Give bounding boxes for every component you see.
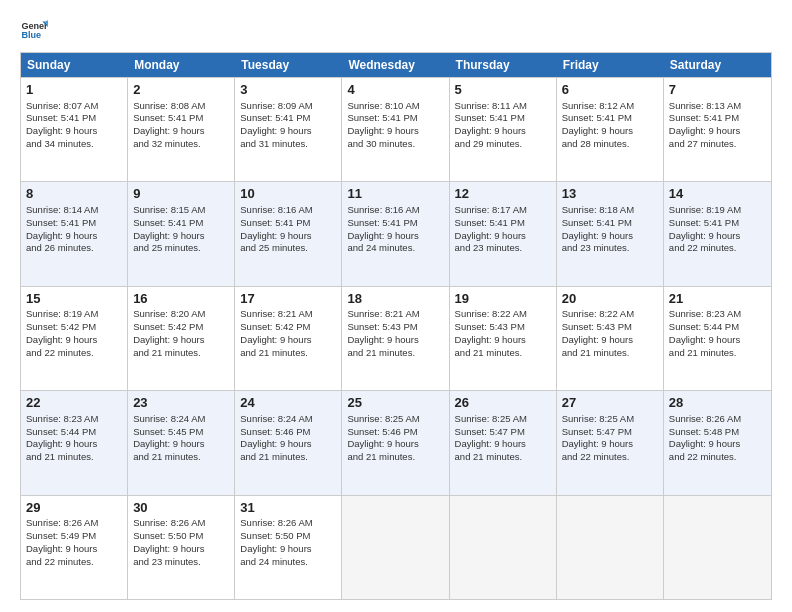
day-info-line: Sunset: 5:50 PM [133,530,229,543]
day-info-line: Sunrise: 8:07 AM [26,100,122,113]
calendar: SundayMondayTuesdayWednesdayThursdayFrid… [20,52,772,600]
day-info-line: and 23 minutes. [455,242,551,255]
header-day-monday: Monday [128,53,235,77]
day-number: 27 [562,394,658,412]
day-info-line: and 22 minutes. [669,242,766,255]
day-info-line: Sunrise: 8:20 AM [133,308,229,321]
day-info-line: and 21 minutes. [347,347,443,360]
day-info-line: Sunset: 5:41 PM [347,217,443,230]
header-day-friday: Friday [557,53,664,77]
day-info-line: Sunrise: 8:16 AM [240,204,336,217]
calendar-cell-16: 16Sunrise: 8:20 AMSunset: 5:42 PMDayligh… [128,287,235,390]
day-info-line: and 29 minutes. [455,138,551,151]
day-info-line: Sunrise: 8:18 AM [562,204,658,217]
day-info-line: and 25 minutes. [240,242,336,255]
day-info-line: Sunrise: 8:26 AM [133,517,229,530]
day-info-line: Sunset: 5:41 PM [240,112,336,125]
day-number: 20 [562,290,658,308]
calendar-cell-22: 22Sunrise: 8:23 AMSunset: 5:44 PMDayligh… [21,391,128,494]
day-info-line: Sunrise: 8:25 AM [562,413,658,426]
day-info-line: and 25 minutes. [133,242,229,255]
day-info-line: Daylight: 9 hours [133,543,229,556]
day-info-line: and 22 minutes. [669,451,766,464]
day-info-line: and 21 minutes. [26,451,122,464]
calendar-cell-14: 14Sunrise: 8:19 AMSunset: 5:41 PMDayligh… [664,182,771,285]
day-info-line: Sunrise: 8:26 AM [240,517,336,530]
day-number: 29 [26,499,122,517]
calendar-cell-5: 5Sunrise: 8:11 AMSunset: 5:41 PMDaylight… [450,78,557,181]
calendar-cell-27: 27Sunrise: 8:25 AMSunset: 5:47 PMDayligh… [557,391,664,494]
day-info-line: Daylight: 9 hours [347,438,443,451]
day-info-line: Sunrise: 8:24 AM [133,413,229,426]
day-info-line: and 22 minutes. [562,451,658,464]
day-info-line: Sunset: 5:44 PM [26,426,122,439]
day-info-line: Daylight: 9 hours [347,125,443,138]
day-info-line: Sunset: 5:43 PM [347,321,443,334]
day-number: 12 [455,185,551,203]
header-day-tuesday: Tuesday [235,53,342,77]
day-number: 18 [347,290,443,308]
day-info-line: Sunrise: 8:19 AM [669,204,766,217]
day-info-line: Sunset: 5:41 PM [26,217,122,230]
day-info-line: Daylight: 9 hours [562,125,658,138]
day-number: 6 [562,81,658,99]
day-number: 17 [240,290,336,308]
day-info-line: Sunrise: 8:16 AM [347,204,443,217]
day-info-line: Sunset: 5:49 PM [26,530,122,543]
day-info-line: Sunset: 5:46 PM [240,426,336,439]
day-info-line: and 24 minutes. [240,556,336,569]
calendar-cell-10: 10Sunrise: 8:16 AMSunset: 5:41 PMDayligh… [235,182,342,285]
day-number: 24 [240,394,336,412]
calendar-cell-2: 2Sunrise: 8:08 AMSunset: 5:41 PMDaylight… [128,78,235,181]
day-info-line: Sunset: 5:50 PM [240,530,336,543]
day-info-line: and 31 minutes. [240,138,336,151]
day-info-line: Daylight: 9 hours [669,125,766,138]
calendar-cell-13: 13Sunrise: 8:18 AMSunset: 5:41 PMDayligh… [557,182,664,285]
day-info-line: Sunset: 5:41 PM [562,112,658,125]
calendar-cell-28: 28Sunrise: 8:26 AMSunset: 5:48 PMDayligh… [664,391,771,494]
calendar-cell-6: 6Sunrise: 8:12 AMSunset: 5:41 PMDaylight… [557,78,664,181]
day-info-line: Sunrise: 8:12 AM [562,100,658,113]
day-info-line: and 21 minutes. [133,347,229,360]
day-info-line: and 23 minutes. [562,242,658,255]
calendar-cell-21: 21Sunrise: 8:23 AMSunset: 5:44 PMDayligh… [664,287,771,390]
page: General Blue SundayMondayTuesdayWednesda… [0,0,792,612]
calendar-cell-empty [450,496,557,599]
calendar-row: 22Sunrise: 8:23 AMSunset: 5:44 PMDayligh… [21,390,771,494]
day-info-line: Daylight: 9 hours [133,438,229,451]
day-number: 28 [669,394,766,412]
day-number: 9 [133,185,229,203]
day-number: 15 [26,290,122,308]
day-info-line: and 22 minutes. [26,347,122,360]
day-info-line: and 21 minutes. [240,347,336,360]
day-info-line: Sunset: 5:41 PM [562,217,658,230]
day-info-line: Daylight: 9 hours [562,438,658,451]
day-info-line: and 34 minutes. [26,138,122,151]
day-info-line: Sunrise: 8:23 AM [26,413,122,426]
calendar-cell-12: 12Sunrise: 8:17 AMSunset: 5:41 PMDayligh… [450,182,557,285]
day-info-line: and 21 minutes. [240,451,336,464]
day-info-line: Sunset: 5:41 PM [669,112,766,125]
calendar-cell-9: 9Sunrise: 8:15 AMSunset: 5:41 PMDaylight… [128,182,235,285]
day-info-line: and 23 minutes. [133,556,229,569]
day-info-line: Daylight: 9 hours [240,230,336,243]
day-info-line: Daylight: 9 hours [669,230,766,243]
day-info-line: Sunrise: 8:09 AM [240,100,336,113]
day-info-line: Daylight: 9 hours [26,230,122,243]
header-day-wednesday: Wednesday [342,53,449,77]
calendar-row: 15Sunrise: 8:19 AMSunset: 5:42 PMDayligh… [21,286,771,390]
calendar-body: 1Sunrise: 8:07 AMSunset: 5:41 PMDaylight… [21,77,771,599]
day-number: 1 [26,81,122,99]
calendar-cell-25: 25Sunrise: 8:25 AMSunset: 5:46 PMDayligh… [342,391,449,494]
day-info-line: Daylight: 9 hours [133,334,229,347]
day-info-line: Sunset: 5:47 PM [562,426,658,439]
calendar-cell-18: 18Sunrise: 8:21 AMSunset: 5:43 PMDayligh… [342,287,449,390]
day-info-line: and 26 minutes. [26,242,122,255]
day-info-line: Sunset: 5:47 PM [455,426,551,439]
day-info-line: Sunset: 5:41 PM [26,112,122,125]
day-info-line: Sunset: 5:42 PM [133,321,229,334]
day-info-line: Daylight: 9 hours [133,125,229,138]
day-number: 13 [562,185,658,203]
day-number: 10 [240,185,336,203]
day-number: 16 [133,290,229,308]
